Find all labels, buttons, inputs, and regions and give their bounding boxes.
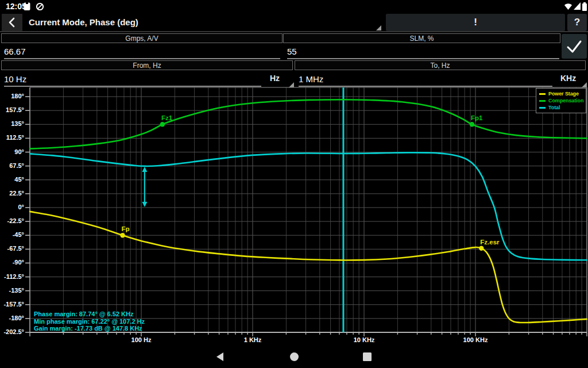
compensation-swatch xyxy=(539,100,546,102)
slm-field-label: SLM, % xyxy=(283,33,560,43)
curve-total xyxy=(30,152,587,260)
screenshot-icon xyxy=(23,2,31,11)
x-tick-label: 100 KHz xyxy=(452,336,498,343)
marker-label: Fp xyxy=(122,225,130,232)
y-tick-label: -45° xyxy=(1,231,24,238)
y-tick-label: -180° xyxy=(1,315,24,321)
curve-markers: Fz1Fp1FpFz.esr xyxy=(120,114,500,251)
x-tick-label: 100 Hz xyxy=(118,336,164,343)
back-nav-icon[interactable] xyxy=(215,352,225,362)
y-tick-label: -67.5° xyxy=(1,245,24,252)
legend-label: Compensation xyxy=(548,98,583,103)
apply-button[interactable] xyxy=(562,34,587,59)
status-bar: 12:05 xyxy=(0,0,588,13)
dropdown-triangle-icon xyxy=(376,25,381,30)
y-tick-label: -157.5° xyxy=(1,301,24,308)
legend-label: Power Stage xyxy=(548,91,579,97)
y-tick-label: 45° xyxy=(1,176,24,183)
y-tick-label: -202.5° xyxy=(1,328,24,335)
checkmark-icon xyxy=(566,39,583,54)
min-phase-margin-text: Min phase margin: 67.22° @ 107.2 Hz xyxy=(34,318,145,325)
legend-item-total: Total xyxy=(539,104,584,111)
from-field-label: From, Hz xyxy=(1,60,293,70)
from-input[interactable] xyxy=(4,73,261,87)
min-phase-arrow xyxy=(142,167,147,207)
y-tick-label: 157.5° xyxy=(1,106,24,113)
marker-Fp[interactable] xyxy=(120,233,125,237)
y-tick-label: 90° xyxy=(1,148,24,155)
cell-signal-icon xyxy=(574,2,581,10)
legend-label: Total xyxy=(548,105,560,110)
from-unit-spinner[interactable]: Hz xyxy=(263,72,294,86)
axis-ticks xyxy=(25,97,587,336)
legend-item-power-stage: Power Stage xyxy=(539,90,584,97)
wifi-icon xyxy=(564,2,572,10)
y-tick-label: 135° xyxy=(1,120,24,127)
power-stage-swatch xyxy=(539,93,546,95)
to-unit-label: KHz xyxy=(560,74,576,83)
y-tick-label: -135° xyxy=(1,287,24,294)
alert-button[interactable]: ! xyxy=(386,14,565,31)
total-swatch xyxy=(539,107,546,109)
to-unit-spinner[interactable]: KHz xyxy=(556,72,587,86)
android-nav-bar xyxy=(0,347,588,368)
data-saver-icon xyxy=(36,2,44,11)
curve-power-stage xyxy=(30,212,587,323)
help-button[interactable]: ? xyxy=(567,14,587,31)
slm-input[interactable] xyxy=(287,45,559,59)
marker-label: Fp1 xyxy=(471,114,483,121)
battery-icon xyxy=(582,2,587,11)
gmps-field-label: Gmps, A/V xyxy=(1,33,283,43)
home-nav-icon[interactable] xyxy=(289,352,299,362)
phase-margin-text: Phase margin: 87.74° @ 6.52 KHz xyxy=(34,310,145,318)
series-curves xyxy=(30,99,587,323)
back-chevron-icon xyxy=(7,16,17,29)
margin-annotations: Phase margin: 87.74° @ 6.52 KHz Min phas… xyxy=(34,310,145,332)
y-tick-label: 180° xyxy=(1,93,24,99)
y-tick-label: 67.5° xyxy=(1,162,24,169)
to-input[interactable] xyxy=(299,73,552,87)
marker-Fz1[interactable] xyxy=(160,122,165,126)
y-tick-label: 112.5° xyxy=(1,134,24,141)
chart-legend: Power Stage Compensation Total xyxy=(536,88,586,113)
chart-mode-spinner[interactable]: Current Mode, Phase (deg) xyxy=(24,14,384,31)
marker-label: Fz.esr xyxy=(480,239,500,246)
curve-compensation xyxy=(30,99,587,148)
from-unit-label: Hz xyxy=(270,74,280,83)
plot-border xyxy=(30,87,587,332)
x-tick-label: 10 KHz xyxy=(341,336,387,343)
marker-Fz.esr[interactable] xyxy=(479,246,483,251)
gmps-input[interactable] xyxy=(4,45,280,59)
toolbar: Current Mode, Phase (deg) ! ? xyxy=(0,13,588,32)
y-tick-label: -22.5° xyxy=(1,217,24,224)
x-tick-label: 1 KHz xyxy=(230,336,276,343)
y-tick-label: -90° xyxy=(1,259,24,266)
back-button[interactable] xyxy=(2,14,22,31)
y-tick-label: 0° xyxy=(1,204,24,210)
marker-label: Fz1 xyxy=(161,114,173,121)
dropdown-triangle-icon xyxy=(582,82,587,87)
legend-item-compensation: Compensation xyxy=(539,97,584,104)
to-field-label: To, Hz xyxy=(295,60,586,70)
page-title: Current Mode, Phase (deg) xyxy=(29,17,138,27)
marker-Fp1[interactable] xyxy=(470,122,474,126)
dropdown-triangle-icon xyxy=(289,82,294,87)
grid xyxy=(30,87,587,332)
recents-nav-icon[interactable] xyxy=(362,352,372,362)
gain-margin-text: Gain margin: -17.73 dB @ 147.8 KHz xyxy=(34,325,145,332)
y-tick-label: -112.5° xyxy=(1,273,24,280)
y-tick-label: 22.5° xyxy=(1,190,24,197)
